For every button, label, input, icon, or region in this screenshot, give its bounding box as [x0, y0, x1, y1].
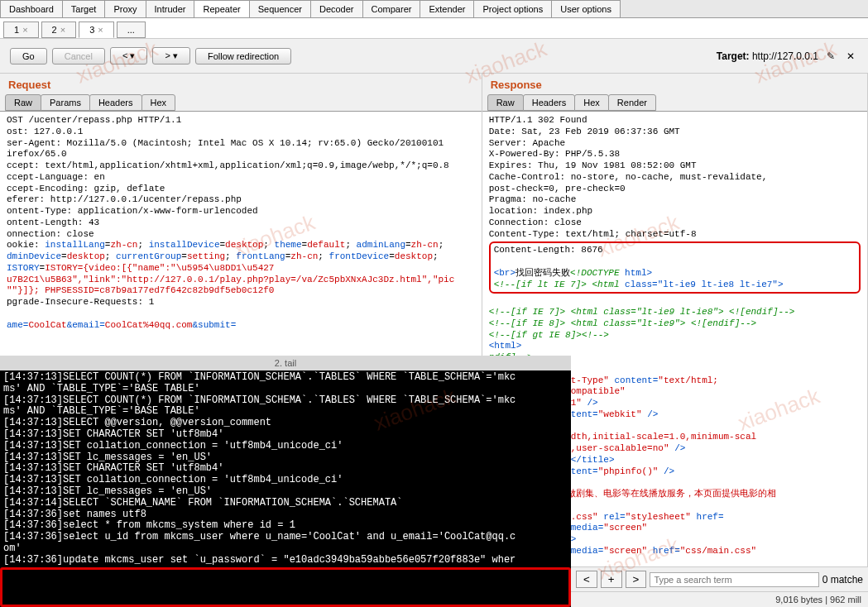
- top-tab-intruder[interactable]: Intruder: [146, 0, 195, 17]
- clear-target-icon[interactable]: ✕: [846, 50, 858, 62]
- search-prev-button[interactable]: <: [576, 571, 597, 588]
- response-tab-raw[interactable]: Raw: [487, 94, 524, 111]
- status-bar: 9,016 bytes | 962 mill: [571, 592, 868, 607]
- history-prev-button[interactable]: < ▾: [110, 47, 148, 65]
- top-tab-comparer[interactable]: Comparer: [362, 0, 421, 17]
- terminal-title: 2. tail: [0, 356, 571, 370]
- sub-tab-more[interactable]: ...: [117, 22, 146, 38]
- top-tab-extender[interactable]: Extender: [420, 0, 474, 17]
- top-tab-project-options[interactable]: Project options: [473, 0, 552, 17]
- response-footer: < + > 0 matche 9,016 bytes | 962 mill: [571, 566, 868, 607]
- close-icon[interactable]: ×: [60, 25, 65, 35]
- search-input[interactable]: [650, 572, 818, 587]
- close-icon[interactable]: ×: [22, 25, 27, 35]
- top-tab-decoder[interactable]: Decoder: [310, 0, 363, 17]
- request-tab-hex[interactable]: Hex: [141, 94, 176, 111]
- follow-redirection-button[interactable]: Follow redirection: [195, 48, 291, 65]
- edit-target-icon[interactable]: ✎: [827, 50, 838, 62]
- search-next-button[interactable]: >: [626, 571, 647, 588]
- response-title: Response: [482, 74, 867, 94]
- search-matches: 0 matche: [822, 574, 863, 585]
- terminal-body: [14:37:13]SELECT COUNT(*) FROM `INFORMAT…: [0, 370, 571, 568]
- target-label: Target: http://127.0.0.1: [717, 50, 818, 62]
- terminal-window[interactable]: 2. tail [14:37:13]SELECT COUNT(*) FROM `…: [0, 356, 571, 607]
- request-tab-headers[interactable]: Headers: [89, 94, 142, 111]
- response-tab-render[interactable]: Render: [608, 94, 656, 111]
- response-tab-hex[interactable]: Hex: [574, 94, 609, 111]
- highlighted-response: Content-Length: 8676 <br>找回密码失败<!DOCTYPE…: [489, 241, 861, 294]
- terminal-highlight-box: [0, 567, 571, 607]
- request-title: Request: [0, 74, 482, 94]
- toolbar: Go Cancel < ▾ > ▾ Follow redirection Tar…: [0, 39, 868, 74]
- request-tab-params[interactable]: Params: [41, 94, 90, 111]
- sub-tab-2[interactable]: 2×: [41, 22, 77, 38]
- request-tab-raw[interactable]: Raw: [5, 94, 41, 111]
- search-add-button[interactable]: +: [601, 571, 622, 588]
- sub-tab-1[interactable]: 1×: [3, 22, 39, 38]
- top-tab-dashboard[interactable]: Dashboard: [0, 0, 63, 17]
- go-button[interactable]: Go: [10, 48, 47, 65]
- response-tab-headers[interactable]: Headers: [523, 94, 576, 111]
- top-tab-sequencer[interactable]: Sequencer: [249, 0, 311, 17]
- top-tab-proxy[interactable]: Proxy: [104, 0, 146, 17]
- sub-tab-3[interactable]: 3×: [79, 22, 114, 38]
- repeater-sub-tabs: 1× 2× 3× ...: [0, 18, 868, 39]
- cancel-button[interactable]: Cancel: [52, 48, 105, 65]
- top-tab-user-options[interactable]: User options: [551, 0, 621, 17]
- top-tab-bar: Dashboard Target Proxy Intruder Repeater…: [0, 0, 868, 18]
- top-tab-repeater[interactable]: Repeater: [194, 0, 249, 17]
- close-icon[interactable]: ×: [98, 25, 103, 35]
- top-tab-target[interactable]: Target: [62, 0, 106, 17]
- history-next-button[interactable]: > ▾: [152, 47, 190, 65]
